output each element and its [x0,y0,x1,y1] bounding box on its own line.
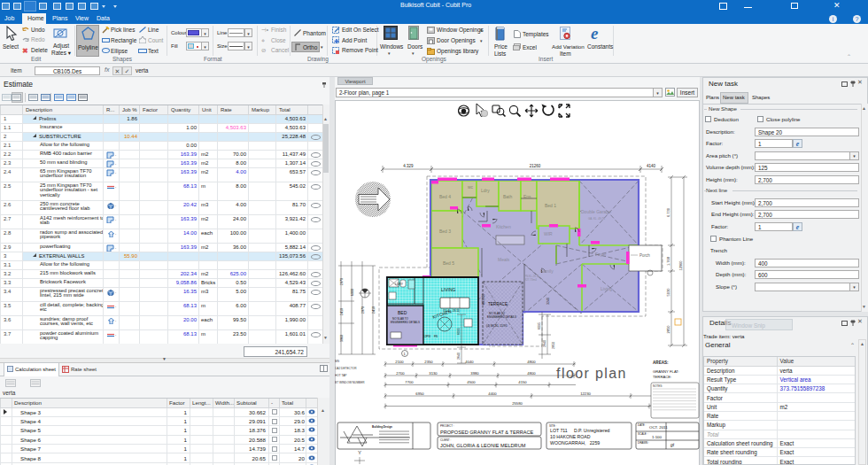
svg-text:TERRACE:: TERRACE: [653,375,671,379]
svg-text:1:100: 1:100 [652,435,663,439]
svg-text:Bed 3: Bed 3 [439,229,451,234]
svg-text:Bed 4: Bed 4 [439,194,451,199]
svg-text:FN: FN [434,335,438,338]
svg-text:12960: 12960 [678,260,683,271]
svg-text:2640: 2640 [457,353,461,360]
svg-text:6000: 6000 [351,289,354,296]
svg-text:wc: wc [468,184,474,190]
svg-text:12PW: 12PW [423,335,430,338]
svg-text:4150: 4150 [518,380,527,384]
svg-text:4800: 4800 [527,371,536,376]
svg-text:10 HAKONE ROAD: 10 HAKONE ROAD [550,434,591,439]
svg-text:4500: 4500 [467,380,476,384]
svg-text:GA. KL. 49.76: GA. KL. 49.76 [588,217,605,221]
svg-text:Meals: Meals [498,257,510,262]
svg-text:1.768: 1.768 [666,256,670,266]
svg-text:2113.208: 2113.208 [481,294,484,306]
svg-text:12230: 12230 [580,391,591,396]
svg-text:4400: 4400 [488,391,497,396]
svg-text:Double Garage: Double Garage [581,209,611,214]
svg-text:WIR: WIR [544,231,553,236]
svg-text:25580: 25580 [512,401,523,406]
svg-text:Kitchen: Kitchen [496,224,511,229]
svg-text:6095: 6095 [457,328,461,335]
svg-text:2100: 2100 [395,360,404,364]
svg-text:GRANNY FLAT:: GRANNY FLAT: [653,369,679,374]
svg-text:LIVING: LIVING [441,287,456,292]
svg-text:MS:: MS: [335,360,340,363]
svg-text:DATE :: DATE : [638,423,647,427]
svg-text:CA2 DETECTOR: CA2 DETECTOR [335,367,357,370]
svg-text:2970: 2970 [361,306,365,314]
svg-text:Bath: Bath [503,194,513,199]
svg-text:Family: Family [540,268,554,274]
svg-text:JOHN, GLORIA & LEONIE MELDRUM: JOHN, GLORIA & LEONIE MELDRUM [440,443,526,448]
svg-text:LDRY: LDRY [395,283,404,286]
svg-text:Porch: Porch [639,253,650,258]
svg-text:21260: 21260 [530,164,541,168]
svg-text:2850: 2850 [666,325,670,334]
svg-text:Bed 1: Bed 1 [545,203,556,208]
svg-text:ENGINEERED DETAILS: ENGINEERED DETAILS [487,315,516,319]
svg-text:(4) MCKL 11/95: (4) MCKL 11/95 [486,324,508,328]
svg-text:(15.4L.. 28.11): (15.4L.. 28.11) [443,309,460,313]
svg-text:DRAWN :: DRAWN : [638,441,649,445]
svg-text:LOT 711 D.P. Unregistered: LOT 711 D.P. Unregistered [550,428,610,433]
svg-text:2850: 2850 [552,342,555,349]
svg-text:2410: 2410 [340,308,344,315]
svg-text:Y: Y [358,450,361,455]
svg-text:7700: 7700 [405,380,414,384]
svg-text:6.730: 6.730 [666,207,670,217]
svg-text:2350: 2350 [424,360,433,364]
svg-text:ENGINEERED DETAILS: ENGINEERED DETAILS [391,321,420,324]
svg-text:Ldry: Ldry [481,188,490,193]
svg-text:4040: 4040 [465,360,474,364]
svg-text:4800: 4800 [527,360,536,364]
svg-text:Ens.: Ens. [523,194,532,199]
svg-text:SCALE :: SCALE : [638,432,648,436]
svg-text:WOONGARRAH, 2259: WOONGARRAH, 2259 [550,440,600,446]
svg-text:BED: BED [398,310,407,315]
svg-text:5030: 5030 [666,288,670,297]
svg-text:2640: 2640 [543,340,546,347]
svg-text:3240: 3240 [546,298,550,305]
svg-text:3960: 3960 [340,335,344,342]
svg-text:2700: 2700 [396,371,405,376]
svg-text:R27.73m4: R27.73m4 [524,278,537,282]
svg-text:2410: 2410 [372,306,376,314]
svg-text:gt: gt [670,442,675,447]
svg-text:PROJECT :: PROJECT : [440,424,454,428]
svg-text:Building Design: Building Design [372,425,392,429]
svg-text:4140: 4140 [647,164,656,168]
svg-text:floor plan: floor plan [556,366,627,381]
svg-text:BT WINDOW NUMBER: BT WINDOW NUMBER [335,381,365,384]
svg-text:CLIENT :: CLIENT : [440,438,451,442]
svg-text:Foyer: Foyer [595,252,607,257]
svg-text:3980: 3980 [470,371,479,376]
svg-text:PROPOSED GRANNY FLAT & TERRACE: PROPOSED GRANNY FLAT & TERRACE [440,430,534,435]
svg-text:6950: 6950 [415,391,424,396]
svg-text:6095: 6095 [538,322,541,329]
svg-text:Bed 5: Bed 5 [443,260,454,266]
svg-text:NOTES:: NOTES: [653,384,663,388]
svg-text:OCT. 2011: OCT. 2011 [649,425,668,430]
svg-text:Living: Living [601,286,612,291]
svg-text:3130: 3130 [429,371,438,376]
svg-text:AREAS:: AREAS: [653,360,669,365]
svg-text:4.329: 4.329 [403,164,414,168]
svg-text:HOT TAP: HOT TAP [335,374,346,377]
svg-text:2970: 2970 [340,278,344,285]
svg-text:TERRACE: TERRACE [488,302,508,306]
